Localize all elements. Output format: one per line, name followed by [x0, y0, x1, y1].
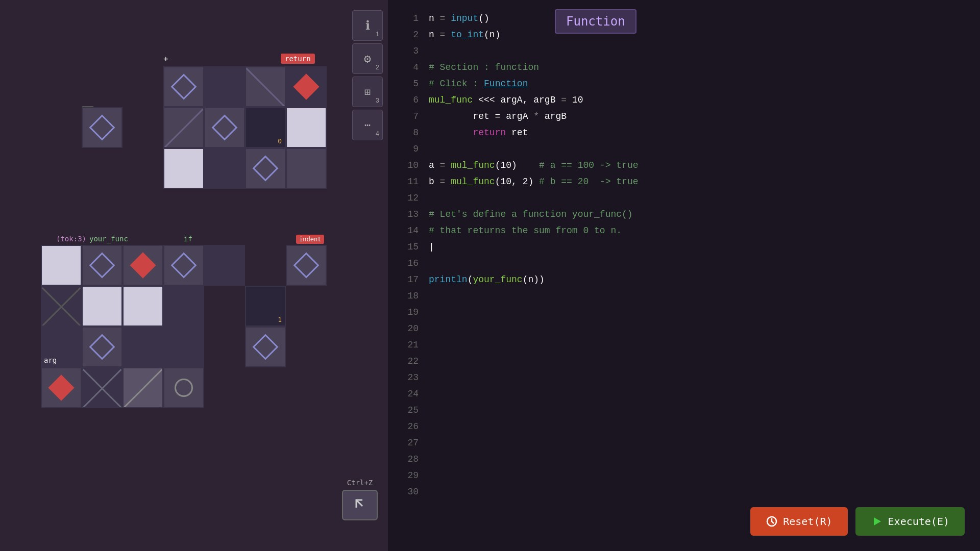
zero-label: 0	[278, 137, 282, 145]
cell-r2c2[interactable]	[204, 107, 245, 148]
return-label: return	[281, 54, 315, 64]
code-line-5: 5 # Click : Function	[398, 76, 970, 92]
cell-r4c6[interactable]	[286, 245, 327, 286]
code-line-11: 11 b = mul_func(10, 2) # b == 20 -> true	[398, 173, 970, 190]
cell-r7c0[interactable]	[41, 367, 82, 408]
code-line-12: 12	[398, 190, 970, 206]
code-line-17: 17 println(your_func(n))	[398, 271, 970, 288]
function-label: Function	[555, 9, 636, 34]
svg-marker-2	[874, 517, 881, 525]
diamond-red-3	[48, 375, 75, 401]
settings-badge: 2	[376, 64, 379, 71]
cell-r5c1[interactable]	[82, 286, 122, 327]
layout-icon: ⊞	[364, 86, 371, 98]
code-line-30: 30	[398, 484, 970, 495]
code-line-3: 3	[398, 43, 970, 59]
cell-r3c2[interactable]	[204, 148, 245, 189]
code-line-7: 7 ret = argA * argB	[398, 108, 970, 124]
cell-r6c1[interactable]	[82, 327, 122, 367]
code-line-21: 21	[398, 337, 970, 353]
code-line-28: 28	[398, 451, 970, 467]
undo-section: Ctrl+Z	[342, 479, 378, 520]
code-line-6: 6 mul_func <<< argA, argB = 10	[398, 92, 970, 108]
one-label: 1	[278, 316, 282, 323]
cell-r2c1[interactable]	[163, 107, 204, 148]
indent-label: indent	[296, 235, 324, 244]
cell-r1c1[interactable]	[163, 66, 204, 107]
cell-r3c3[interactable]	[245, 148, 286, 189]
diamond-red-1	[293, 74, 320, 100]
code-line-26: 26	[398, 418, 970, 435]
your-func-label: your_func	[89, 235, 128, 243]
svg-line-0	[356, 500, 362, 506]
diag-1	[246, 67, 285, 106]
arg-label: arg	[44, 356, 57, 364]
code-line-2: 2 n = to_int(n)	[398, 27, 970, 43]
cell-r2c4[interactable]	[286, 107, 327, 148]
tok-label: (tok:3)	[56, 235, 86, 243]
reset-icon	[766, 515, 778, 528]
cell-r2c0[interactable]	[82, 107, 122, 148]
cell-r4c3[interactable]	[163, 245, 204, 286]
cell-r7c1[interactable]	[82, 367, 122, 408]
cell-r5c0[interactable]	[41, 286, 82, 327]
cell-r1c2[interactable]	[204, 66, 245, 107]
diamond-purple-4	[253, 156, 279, 182]
code-line-4: 4 # Section : function	[398, 59, 970, 76]
execute-button[interactable]: Execute(E)	[855, 507, 965, 536]
code-line-13: 13 # Let's define a function your_func()	[398, 206, 970, 222]
circle-icon	[175, 379, 193, 397]
info-icon: ℹ	[365, 18, 370, 33]
cell-r4c2[interactable]	[122, 245, 163, 286]
cell-r6c0[interactable]: arg	[41, 327, 82, 367]
code-line-18: 18	[398, 288, 970, 304]
diamond-purple-6	[171, 253, 197, 279]
cell-r3c4[interactable]	[286, 148, 327, 189]
undo-shortcut: Ctrl+Z	[347, 479, 373, 487]
reset-button[interactable]: Reset(R)	[750, 507, 847, 536]
if-label: if	[184, 235, 192, 243]
cell-r1c4[interactable]	[286, 66, 327, 107]
execute-icon	[871, 515, 883, 528]
game-panel: ℹ 1 ⚙ 2 ⊞ 3 ⋯ 4 + return	[0, 0, 388, 551]
cell-r6c2[interactable]	[122, 327, 163, 367]
code-line-16: 16	[398, 255, 970, 271]
undo-button[interactable]	[342, 490, 378, 520]
cell-r5c2[interactable]	[122, 286, 163, 327]
code-line-1: 1 n = input()	[398, 10, 970, 27]
cell-r4c0[interactable]	[41, 245, 82, 286]
diag-3	[42, 287, 81, 325]
code-line-19: 19	[398, 304, 970, 320]
cell-r1c3[interactable]	[245, 66, 286, 107]
chat-icon: ⋯	[364, 119, 371, 132]
bottom-buttons: Reset(R) Execute(E)	[750, 507, 965, 536]
cell-r3c1[interactable]	[163, 148, 204, 189]
cell-r7c2[interactable]	[122, 367, 163, 408]
diamond-purple-8	[89, 334, 115, 360]
cell-r5c5[interactable]: 1	[245, 286, 286, 327]
cell-r5c3[interactable]	[163, 286, 204, 327]
code-line-9: 9	[398, 141, 970, 157]
cell-r6c3[interactable]	[163, 327, 204, 367]
code-panel: Function 1 n = input() 2 n = to_int(n) 3…	[388, 0, 980, 551]
diamond-purple-2	[89, 115, 115, 141]
diag-2	[164, 108, 203, 147]
cell-r4c1[interactable]	[82, 245, 122, 286]
cell-r7c3[interactable]	[163, 367, 204, 408]
diamond-purple-3	[212, 115, 238, 141]
info-button[interactable]: ℹ 1	[352, 10, 383, 41]
diamond-purple-9	[253, 334, 279, 360]
diamond-purple-7	[293, 253, 320, 279]
code-line-15: 15	[398, 239, 970, 255]
code-editor[interactable]: 1 n = input() 2 n = to_int(n) 3 4 # Sect…	[388, 5, 980, 495]
code-line-23: 23	[398, 369, 970, 386]
diamond-purple-1	[171, 74, 197, 100]
diag-5	[124, 368, 162, 407]
diamond-red-2	[130, 253, 156, 279]
diamond-purple-5	[89, 253, 115, 279]
chat-badge: 4	[376, 131, 379, 138]
cell-r4c4[interactable]	[204, 245, 245, 286]
code-line-22: 22	[398, 353, 970, 369]
cell-r2c3[interactable]: 0	[245, 107, 286, 148]
cell-r6c5[interactable]	[245, 327, 286, 367]
